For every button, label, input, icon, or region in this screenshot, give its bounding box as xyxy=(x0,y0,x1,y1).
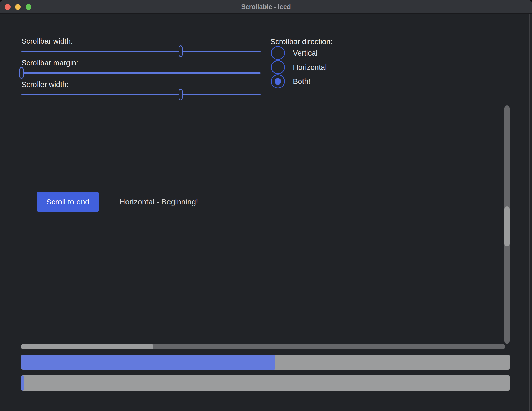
titlebar: Scrollable - Iced xyxy=(0,0,532,14)
radio-circle[interactable] xyxy=(271,60,285,74)
scroller-width-label: Scroller width: xyxy=(21,80,69,89)
horizontal-scroller[interactable] xyxy=(21,344,153,349)
vertical-progress-bar xyxy=(21,375,510,391)
scrollbar-margin-label: Scrollbar margin: xyxy=(21,58,78,67)
scroll-to-end-button[interactable]: Scroll to end xyxy=(37,192,99,212)
window-title: Scrollable - Iced xyxy=(0,4,532,10)
slider-track[interactable] xyxy=(21,72,261,74)
radio-circle[interactable] xyxy=(271,74,285,88)
slider-handle[interactable] xyxy=(179,89,183,100)
radio-horizontal-label: Horizontal xyxy=(293,64,327,71)
window-right-edge-fill xyxy=(530,14,532,411)
slider-handle[interactable] xyxy=(19,67,24,79)
slider-handle[interactable] xyxy=(179,45,183,57)
slider-track[interactable] xyxy=(21,51,261,52)
app-window: Scrollable - Iced Scrollbar width: Scrol… xyxy=(0,0,532,411)
vertical-scrollbar[interactable] xyxy=(504,105,510,344)
scrollbar-width-slider[interactable] xyxy=(21,45,261,57)
radio-dot xyxy=(275,78,281,85)
radio-both-label: Both! xyxy=(293,78,311,85)
scrollbar-margin-slider[interactable] xyxy=(21,67,261,79)
progress-fill xyxy=(21,375,24,391)
vertical-scroller[interactable] xyxy=(504,206,510,246)
slider-track[interactable] xyxy=(21,94,261,95)
horizontal-scrollbar[interactable] xyxy=(21,344,505,349)
radio-vertical-label: Vertical xyxy=(293,49,317,57)
scroll-status-text: Horizontal - Beginning! xyxy=(120,198,198,206)
progress-fill xyxy=(21,355,275,370)
radio-circle[interactable] xyxy=(271,46,285,60)
scrollbar-width-label: Scrollbar width: xyxy=(21,37,73,46)
horizontal-progress-bar xyxy=(21,355,510,370)
radio-horizontal[interactable]: Horizontal xyxy=(271,60,374,74)
scrollbar-direction-label: Scrollbar direction: xyxy=(270,37,333,46)
scroller-width-slider[interactable] xyxy=(21,89,261,100)
radio-both[interactable]: Both! xyxy=(271,74,374,88)
radio-vertical[interactable]: Vertical xyxy=(271,46,374,60)
